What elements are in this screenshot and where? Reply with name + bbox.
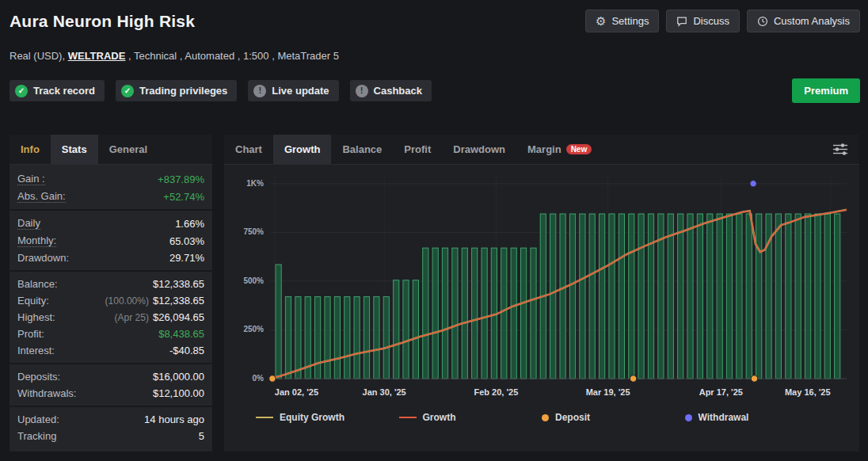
equity-growth-bar — [648, 214, 653, 379]
stat-row-interest: Interest:-$40.85 — [10, 342, 212, 359]
legend-label: Equity Growth — [280, 412, 345, 423]
stat-value-prefix: (Apr 25) — [115, 312, 149, 323]
chat-icon — [676, 16, 687, 27]
equity-growth-bar — [285, 297, 291, 379]
check-circle-icon: ✓ — [121, 85, 134, 97]
deposit-marker[interactable] — [751, 375, 757, 382]
badge-live-update[interactable]: !Live update — [248, 80, 338, 101]
legend-item-equity-growth[interactable]: Equity Growth — [256, 412, 399, 423]
equity-growth-bar — [354, 297, 360, 379]
equity-growth-bar — [276, 265, 281, 379]
tab-general[interactable]: General — [98, 135, 158, 164]
page-header: Aura Neuron High Risk ⚙SettingsDiscussCu… — [10, 10, 860, 32]
verification-badges: ✓Track record✓Trading privileges!Live up… — [10, 80, 792, 101]
stat-label: Profit: — [17, 328, 44, 340]
y-tick-label: 250% — [243, 325, 264, 333]
badge-label: Live update — [272, 85, 329, 97]
x-tick-label: Jan 02, '25 — [275, 387, 318, 397]
equity-growth-bar — [423, 248, 428, 379]
sliders-icon — [832, 147, 848, 158]
check-circle-icon: ✓ — [15, 85, 28, 97]
chart-tab-chart[interactable]: Chart — [224, 135, 273, 164]
stat-row-highest: Highest:(Apr 25)$26,094.65 — [10, 309, 212, 326]
equity-growth-bar — [619, 214, 624, 379]
equity-growth-bar — [560, 214, 565, 379]
legend-item-withdrawal[interactable]: Withdrawal — [685, 412, 828, 423]
chart-tab-profit[interactable]: Profit — [393, 135, 442, 164]
x-tick-label: Apr 17, '25 — [699, 387, 743, 397]
equity-growth-bar — [815, 214, 820, 379]
deposit-marker[interactable] — [630, 375, 636, 382]
stat-row-absgain: Abs. Gain:+52.74% — [10, 188, 212, 205]
y-tick-label: 500% — [243, 276, 264, 285]
equity-growth-bar — [609, 214, 615, 379]
chart-tab-margin[interactable]: MarginNew — [516, 135, 603, 164]
stat-group: Balance:$12,338.65Equity:(100.00%)$12,33… — [10, 270, 212, 363]
equity-growth-bar — [668, 214, 673, 379]
deposit-marker[interactable] — [269, 375, 276, 382]
stat-row-balance: Balance:$12,338.65 — [10, 276, 212, 292]
equity-growth-bar — [295, 297, 301, 379]
legend-item-growth[interactable]: Growth — [399, 412, 542, 423]
stat-row-tracking: Tracking5 — [10, 428, 212, 444]
x-tick-label: Feb 20, '25 — [474, 387, 518, 397]
equity-growth-bar — [707, 214, 713, 379]
badge-cashback[interactable]: !Cashback — [350, 80, 432, 101]
equity-growth-bar — [462, 248, 467, 379]
tab-label: Profit — [404, 143, 431, 155]
equity-growth-bar — [786, 214, 791, 379]
broker-link[interactable]: WELTRADE — [68, 50, 126, 62]
x-tick-label: Mar 19, '25 — [586, 387, 630, 397]
chart-tab-balance[interactable]: Balance — [331, 135, 393, 164]
stat-value: $16,000.00 — [153, 371, 204, 383]
y-tick-label: 0% — [253, 374, 265, 383]
legend-dot-marker — [542, 414, 549, 421]
equity-growth-bar — [775, 214, 781, 379]
exclamation-circle-icon: ! — [356, 85, 368, 97]
legend-item-deposit[interactable]: Deposit — [542, 412, 685, 423]
discuss-label: Discuss — [693, 15, 729, 27]
stat-label: Equity: — [17, 295, 49, 307]
y-tick-label: 1K% — [246, 179, 264, 188]
account-meta-text: , Technical , Automated , 1:500 , MetaTr… — [125, 50, 339, 62]
stat-label: Drawdown: — [17, 252, 69, 264]
equity-growth-bar — [824, 214, 830, 379]
header-buttons: ⚙SettingsDiscussCustom Analysis — [585, 10, 860, 32]
stat-value: $12,100.00 — [153, 387, 204, 399]
equity-growth-bar — [374, 297, 379, 379]
withdrawal-marker[interactable] — [750, 181, 756, 187]
badge-track-record[interactable]: ✓Track record — [10, 80, 105, 101]
chart-panel: ChartGrowthBalanceProfitDrawdownMarginNe… — [224, 135, 859, 451]
premium-button[interactable]: Premium — [792, 78, 860, 103]
settings-label: Settings — [611, 15, 649, 27]
tab-label: Balance — [342, 143, 382, 155]
chart-settings-button[interactable] — [832, 143, 848, 158]
stat-group: Deposits:$16,000.00Withdrawals:$12,100.0… — [10, 363, 212, 406]
chart-tabbar: ChartGrowthBalanceProfitDrawdownMarginNe… — [224, 135, 859, 165]
stat-label: Abs. Gain: — [17, 190, 66, 203]
settings-button[interactable]: ⚙Settings — [585, 10, 659, 32]
discuss-button[interactable]: Discuss — [666, 10, 740, 32]
custom-analysis-button[interactable]: Custom Analysis — [747, 10, 860, 32]
equity-growth-bar — [531, 248, 536, 379]
x-tick-label: May 16, '25 — [785, 387, 831, 397]
stat-label: Deposits: — [17, 371, 60, 383]
equity-growth-bar — [403, 280, 409, 379]
stat-value: 65.03% — [169, 235, 204, 247]
equity-growth-bar — [687, 214, 693, 379]
tab-stats[interactable]: Stats — [51, 135, 98, 164]
stat-row-profit: Profit:$8,438.65 — [10, 326, 212, 342]
account-subtitle: Real (USD), WELTRADE , Technical , Autom… — [10, 50, 339, 62]
equity-growth-bar — [795, 214, 801, 379]
legend-dot-marker — [685, 414, 692, 421]
growth-chart: Jan 02, '25Jan 30, '25Feb 20, '25Mar 19,… — [234, 166, 850, 404]
tab-label: Stats — [62, 143, 87, 155]
account-type-text: Real (USD), — [10, 50, 68, 62]
chart-tab-drawdown[interactable]: Drawdown — [442, 135, 516, 164]
tab-label: Margin — [527, 143, 562, 155]
badge-trading-privileges[interactable]: ✓Trading privileges — [116, 80, 237, 101]
clock-icon — [757, 16, 768, 27]
stat-row-daily: Daily1.66% — [10, 215, 212, 232]
tab-info[interactable]: Info — [10, 135, 51, 164]
chart-tab-growth[interactable]: Growth — [273, 135, 332, 164]
